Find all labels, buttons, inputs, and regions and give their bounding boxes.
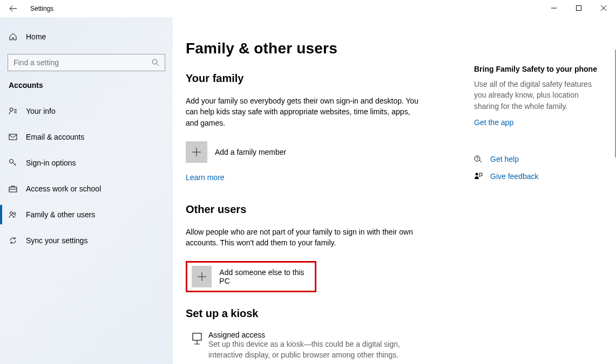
mail-icon [9,133,17,141]
titlebar: Settings [0,0,616,17]
svg-rect-8 [193,333,201,340]
svg-point-10 [476,173,478,175]
category-header: Accounts [0,81,173,90]
sidebar-item-label: Access work or school [26,184,101,193]
get-help-label: Get help [490,155,519,163]
window-title: Settings [30,5,53,12]
svg-rect-0 [577,6,581,11]
minimize-button[interactable] [541,0,566,16]
maximize-button[interactable] [566,0,591,16]
page-title: Family & other users [186,40,461,57]
sidebar-item-your-info[interactable]: Your info [0,98,173,124]
content-area: Family & other users Your family Add you… [173,17,616,364]
add-someone-else-button[interactable]: Add someone else to this PC [186,261,316,292]
svg-rect-3 [9,134,17,140]
learn-more-link[interactable]: Learn more [186,173,225,182]
kiosk-icon [190,332,204,346]
plus-icon [186,141,207,163]
plus-icon [192,266,212,287]
add-family-member-label: Add a family member [215,148,286,156]
get-help-link[interactable]: Get help [474,155,601,163]
sidebar-item-family-other-users[interactable]: Family & other users [0,202,173,228]
sidebar-item-label: Email & accounts [26,133,84,141]
get-the-app-link[interactable]: Get the app [474,118,601,127]
back-arrow-icon [9,4,17,13]
add-someone-else-label: Add someone else to this PC [219,268,310,285]
close-icon [601,5,606,11]
minimize-icon [551,5,557,11]
sync-icon [9,236,17,245]
scrollbar[interactable] [614,17,616,364]
sidebar-item-label: Sync your settings [26,236,87,245]
assigned-access-item[interactable]: Assigned access Set up this device as a … [186,331,461,360]
add-family-member-button[interactable]: Add a family member [186,141,461,163]
user-icon [9,107,17,115]
promo-heading: Bring Family Safety to your phone [474,65,601,73]
sidebar: Home Accounts Your info Email & accounts… [0,17,173,364]
window-controls [541,0,616,16]
family-description: Add your family so everybody gets their … [186,95,423,128]
svg-point-4 [10,160,13,163]
family-heading: Your family [186,72,461,85]
sidebar-item-label: Family & other users [26,210,95,219]
give-feedback-link[interactable]: Give feedback [474,172,601,181]
feedback-icon [474,172,483,181]
svg-point-2 [10,108,13,111]
home-nav[interactable]: Home [0,26,173,47]
close-button[interactable] [591,0,616,16]
assigned-access-title: Assigned access [208,331,461,339]
give-feedback-label: Give feedback [490,172,539,181]
maximize-icon [576,5,581,11]
sidebar-item-label: Sign-in options [26,159,76,167]
search-input[interactable] [8,54,165,71]
people-icon [9,210,17,219]
briefcase-icon [9,184,17,193]
promo-description: Use all of the digital safety features y… [474,79,601,112]
assigned-access-description: Set up this device as a kiosk—this could… [208,339,403,360]
home-label: Home [26,32,46,41]
sidebar-item-label: Your info [26,107,56,115]
sidebar-item-access-work-school[interactable]: Access work or school [0,176,173,202]
other-users-heading: Other users [186,203,461,216]
svg-point-6 [10,212,13,215]
sidebar-item-email-accounts[interactable]: Email & accounts [0,124,173,150]
sidebar-item-signin-options[interactable]: Sign-in options [0,150,173,176]
sidebar-item-sync-settings[interactable]: Sync your settings [0,228,173,253]
kiosk-heading: Set up a kiosk [186,307,461,320]
svg-point-7 [13,212,16,215]
key-icon [9,159,17,167]
other-users-description: Allow people who are not part of your fa… [186,226,423,249]
help-icon [474,155,483,163]
svg-point-9 [475,156,480,161]
back-button[interactable] [0,0,26,17]
home-icon [9,32,17,41]
